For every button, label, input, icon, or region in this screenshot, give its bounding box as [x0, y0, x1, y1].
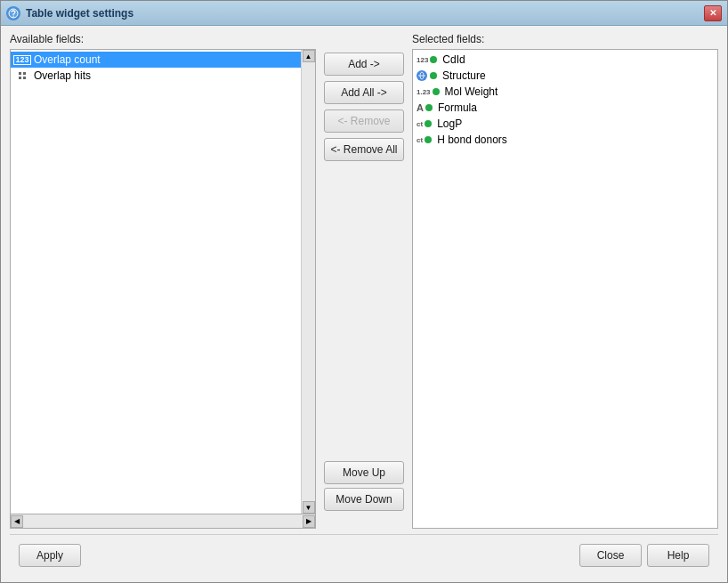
grid-icon — [14, 69, 30, 82]
scroll-track — [303, 62, 315, 501]
list-item[interactable]: Structure — [413, 68, 717, 84]
list-item[interactable]: Overlap hits — [11, 68, 301, 84]
content-area: Available fields: 123 Overlap count — [1, 26, 727, 582]
available-fields-panel: Available fields: 123 Overlap count — [10, 33, 316, 529]
list-item[interactable]: 123 Overlap count — [11, 52, 301, 68]
scroll-left-arrow[interactable]: ◀ — [11, 515, 23, 528]
field-icon-logp: ct — [417, 120, 433, 128]
vertical-scrollbar[interactable]: ▲ ▼ — [301, 50, 315, 514]
field-icon-structure — [417, 70, 439, 81]
close-button[interactable]: Close — [579, 544, 642, 567]
list-item[interactable]: ct H bond donors — [413, 132, 717, 148]
item-label: Structure — [442, 69, 486, 82]
numeric-icon: 123 — [14, 53, 30, 66]
svg-point-1 — [12, 16, 14, 18]
move-down-button[interactable]: Move Down — [324, 488, 404, 511]
item-label: H bond donors — [437, 134, 507, 146]
window-icon — [6, 6, 20, 20]
selected-fields-label: Selected fields: — [412, 33, 718, 45]
move-up-button[interactable]: Move Up — [324, 461, 404, 484]
field-icon-cdid: 123 — [417, 56, 439, 64]
horizontal-scrollbar[interactable]: ◀ ▶ — [10, 514, 316, 529]
add-button[interactable]: Add -> — [324, 53, 404, 76]
item-label: Mol Weight — [445, 85, 498, 98]
item-label: Overlap count — [34, 53, 101, 66]
available-fields-container: 123 Overlap count Overlap hi — [10, 49, 316, 514]
remove-all-button[interactable]: <- Remove All — [324, 138, 404, 161]
title-bar: Table widget settings ✕ — [1, 1, 727, 26]
window-title: Table widget settings — [26, 7, 704, 20]
bottom-bar: Apply Close Help — [10, 534, 718, 575]
scroll-right-arrow[interactable]: ▶ — [303, 515, 315, 528]
item-label: Formula — [438, 101, 477, 114]
hscroll-track — [23, 515, 303, 528]
field-icon-formula: A — [417, 102, 434, 113]
list-item[interactable]: A Formula — [413, 100, 717, 116]
remove-button[interactable]: <- Remove — [324, 109, 404, 133]
selected-fields-panel: Selected fields: 123 CdId — [412, 33, 718, 529]
item-label: Overlap hits — [34, 69, 91, 82]
apply-button[interactable]: Apply — [19, 544, 81, 567]
item-label: LogP — [437, 117, 462, 130]
list-item[interactable]: 123 CdId — [413, 52, 717, 68]
list-item[interactable]: 1.23 Mol Weight — [413, 84, 717, 100]
add-all-button[interactable]: Add All -> — [324, 81, 404, 104]
middle-buttons-panel: Add -> Add All -> <- Remove <- Remove Al… — [320, 33, 408, 529]
selected-fields-list[interactable]: 123 CdId — [412, 49, 718, 529]
main-section: Available fields: 123 Overlap count — [10, 33, 718, 529]
list-item[interactable]: ct LogP — [413, 116, 717, 132]
available-fields-list[interactable]: 123 Overlap count Overlap hi — [11, 50, 301, 514]
bottom-right-buttons: Close Help — [579, 544, 709, 567]
available-fields-label: Available fields: — [10, 33, 316, 45]
window-close-button[interactable]: ✕ — [704, 5, 722, 21]
bottom-left-buttons: Apply — [19, 544, 81, 567]
scroll-down-arrow[interactable]: ▼ — [303, 501, 315, 514]
field-icon-hbond: ct — [417, 136, 433, 144]
field-icon-molweight: 1.23 — [417, 88, 441, 96]
dialog-window: Table widget settings ✕ Available fields… — [0, 0, 728, 583]
help-button[interactable]: Help — [647, 544, 709, 567]
item-label: CdId — [442, 53, 465, 66]
scroll-up-arrow[interactable]: ▲ — [303, 50, 315, 62]
